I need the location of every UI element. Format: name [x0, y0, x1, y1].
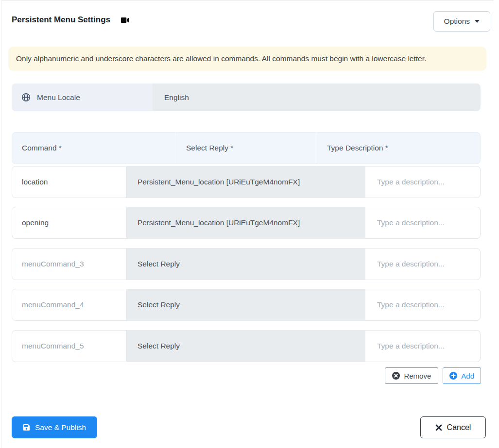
column-header-command: Command *: [12, 133, 176, 164]
command-input[interactable]: [12, 289, 127, 321]
select-reply-cell[interactable]: Select Reply: [127, 248, 365, 280]
save-publish-button-label: Save & Publish: [35, 423, 86, 432]
options-button-label: Options: [444, 17, 470, 26]
cancel-button-label: Cancel: [447, 423, 471, 432]
menu-locale-label: Menu Locale: [12, 83, 153, 111]
select-reply-text: Select Reply: [138, 300, 180, 309]
column-header-select-reply: Select Reply *: [176, 133, 317, 164]
table-row: Select Reply: [12, 248, 481, 280]
page-title: Persistent Menu Settings: [12, 15, 130, 25]
menu-locale-group: Menu Locale English: [12, 83, 481, 111]
panel-top-border: [1, 0, 493, 1]
page-title-text: Persistent Menu Settings: [12, 15, 110, 25]
description-input[interactable]: [365, 330, 481, 362]
circle-x-icon: [392, 372, 400, 380]
description-input[interactable]: [365, 248, 481, 280]
remove-button-label: Remove: [404, 372, 431, 380]
save-publish-button[interactable]: Save & Publish: [12, 416, 97, 438]
remove-row-button[interactable]: Remove: [385, 367, 438, 384]
menu-locale-label-text: Menu Locale: [37, 93, 80, 102]
select-reply-cell[interactable]: Select Reply: [127, 330, 365, 362]
circle-plus-icon: [449, 372, 457, 380]
select-reply-cell[interactable]: Persistent_Menu_location [URiEuTgeM4nomF…: [127, 207, 365, 239]
command-input[interactable]: [12, 248, 127, 280]
menu-locale-value-text: English: [164, 93, 189, 102]
command-rules-banner: Only alphanumeric and underscore charact…: [8, 47, 486, 71]
select-reply-cell[interactable]: Select Reply: [127, 289, 365, 321]
commands-table-header: Command * Select Reply * Type Descriptio…: [12, 132, 481, 164]
select-reply-text: Persistent_Menu_location [URiEuTgeM4nomF…: [138, 178, 300, 186]
command-input[interactable]: [12, 207, 127, 239]
table-row: Persistent_Menu_location [URiEuTgeM4nomF…: [12, 166, 481, 198]
table-row: Persistent_Menu_location [URiEuTgeM4nomF…: [12, 207, 481, 239]
persistent-menu-settings-panel: Persistent Menu Settings Options Only al…: [0, 0, 499, 448]
select-reply-cell[interactable]: Persistent_Menu_location [URiEuTgeM4nomF…: [127, 166, 365, 198]
caret-down-icon: [475, 20, 480, 23]
video-camera-icon: [120, 17, 130, 24]
menu-locale-value[interactable]: English: [153, 83, 481, 111]
add-button-label: Add: [461, 372, 474, 380]
command-rules-banner-text: Only alphanumeric and underscore charact…: [16, 54, 426, 63]
add-row-button[interactable]: Add: [443, 367, 481, 384]
table-row: Select Reply: [12, 330, 481, 362]
panel-left-border: [1, 0, 1, 448]
command-input[interactable]: [12, 330, 127, 362]
description-input[interactable]: [365, 289, 481, 321]
row-actions: Remove Add: [385, 367, 481, 384]
select-reply-text: Select Reply: [138, 342, 180, 350]
cancel-button[interactable]: Cancel: [420, 416, 486, 438]
floppy-disk-icon: [23, 424, 30, 431]
command-input[interactable]: [12, 166, 127, 198]
table-row: Select Reply: [12, 289, 481, 321]
x-mark-icon: [435, 424, 442, 431]
description-input[interactable]: [365, 207, 481, 239]
description-input[interactable]: [365, 166, 481, 198]
options-button[interactable]: Options: [433, 11, 490, 32]
globe-icon: [21, 93, 31, 102]
column-header-type-description: Type Description *: [317, 133, 480, 164]
select-reply-text: Select Reply: [138, 260, 180, 268]
select-reply-text: Persistent_Menu_location [URiEuTgeM4nomF…: [138, 218, 300, 227]
